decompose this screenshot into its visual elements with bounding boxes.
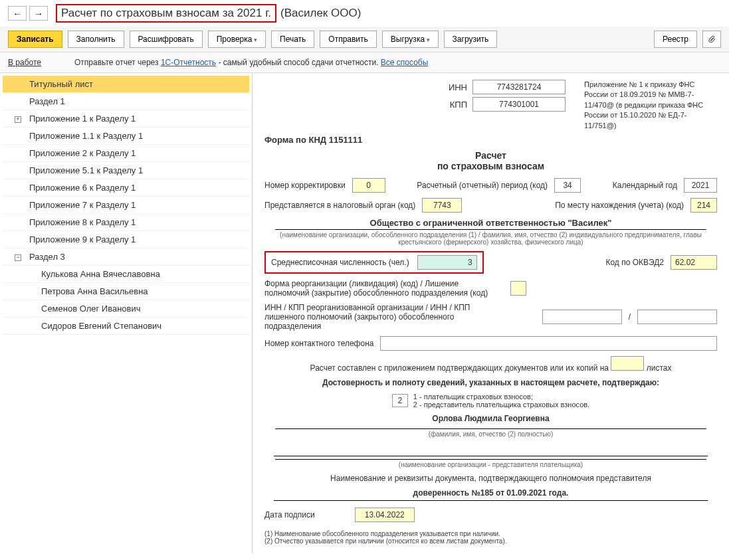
registry-button[interactable]: Реестр	[654, 31, 697, 48]
inn-field[interactable]: 7743281724	[472, 80, 566, 94]
loc-label: По месту нахождения (учета) (код)	[555, 201, 684, 210]
send-button[interactable]: Отправить	[320, 31, 377, 48]
avg-count-highlight: Среднесписочная численность (чел.) 3	[264, 251, 484, 274]
back-button[interactable]: ←	[8, 6, 27, 21]
docs-pre: Расчет составлен с приложением подтвержд…	[310, 363, 609, 373]
correction-field[interactable]: 0	[352, 178, 385, 193]
confirm-code-field[interactable]: 2	[392, 394, 408, 407]
tree-item[interactable]: Семенов Олег Иванович	[3, 300, 249, 318]
phone-field[interactable]	[380, 336, 717, 351]
tree-item[interactable]: Приложение 6 к Разделу 1	[3, 179, 249, 197]
tree-item[interactable]: Петрова Анна Васильевна	[3, 283, 249, 300]
footnote-2: (2) Отчество указывается при наличии (от…	[264, 537, 717, 545]
reorg-inn-field[interactable]	[542, 310, 622, 324]
forward-button[interactable]: →	[29, 6, 48, 21]
section-tree: Титульный листРаздел 1Приложение 1 к Раз…	[0, 73, 253, 553]
export-dropdown[interactable]: Выгрузка	[382, 31, 439, 48]
attachment-button[interactable]	[702, 31, 721, 48]
status-link[interactable]: В работе	[8, 58, 41, 67]
reorg-label: Форма реорганизации (ликвидация) (код) /…	[264, 279, 504, 298]
decode-button[interactable]: Расшифровать	[130, 31, 203, 48]
rep-hint: (наименование организации - представител…	[275, 459, 706, 468]
doc-title: Наименование и реквизиты документа, подт…	[264, 474, 717, 483]
fill-button[interactable]: Заполнить	[68, 31, 124, 48]
period-field[interactable]: 34	[554, 178, 581, 193]
docs-post: листах	[647, 363, 672, 373]
org-hint: (наименование организации, обособленного…	[275, 229, 706, 246]
confirm-title: Достоверность и полноту сведений, указан…	[264, 378, 717, 387]
print-button[interactable]: Печать	[271, 31, 314, 48]
tree-item[interactable]: Сидоров Евгений Степанович	[3, 318, 249, 335]
docs-count-field[interactable]	[611, 356, 644, 371]
check-dropdown[interactable]: Проверка	[208, 31, 266, 48]
period-label: Расчетный (отчетный) период (код)	[417, 181, 548, 190]
form-content: ИНН 7743281724 КПП 774301001 Приложение …	[253, 73, 729, 553]
sign-date-label: Дата подписи	[264, 510, 315, 519]
kpp-field[interactable]: 774301001	[472, 97, 566, 112]
1c-reporting-link[interactable]: 1С-Отчетность	[161, 58, 216, 67]
reorg-kpp-field[interactable]	[637, 310, 717, 324]
avg-label: Среднесписочная численность (чел.)	[271, 258, 409, 267]
confirm-options: 1 - плательщик страховых взносов; 2 - пр…	[413, 393, 589, 409]
form-title-2: по страховым взносам	[264, 161, 717, 171]
kpp-label: КПП	[450, 100, 467, 110]
tree-item[interactable]: Приложение 2 к Разделу 1	[3, 145, 249, 162]
okved-label: Код по ОКВЭД2	[605, 258, 664, 267]
tree-item[interactable]: Титульный лист	[3, 76, 249, 93]
okved-field[interactable]: 62.02	[671, 255, 717, 270]
annex-note: Приложение № 1 к приказу ФНС России от 1…	[584, 80, 717, 131]
correction-label: Номер корректировки	[264, 181, 346, 190]
slash: /	[629, 312, 631, 322]
tree-item[interactable]: Раздел 1	[3, 93, 249, 110]
status-msg: Отправьте отчет через 1С-Отчетность - са…	[74, 58, 428, 67]
tree-item[interactable]: Кулькова Анна Вячеславовна	[3, 266, 249, 283]
signer-hint: (фамилия, имя, отчество (2) полностью)	[275, 428, 706, 438]
doc-value: доверенность №185 от 01.09.2021 года.	[274, 488, 708, 501]
avg-field[interactable]: 3	[417, 255, 477, 270]
tree-item[interactable]: Приложение 1.1 к Разделу 1	[3, 128, 249, 145]
org-name: Общество с ограниченной ответственностью…	[264, 218, 717, 228]
loc-field[interactable]: 214	[690, 198, 717, 213]
tree-item[interactable]: Раздел 3	[3, 248, 249, 266]
form-title-1: Расчет	[264, 150, 717, 161]
phone-label: Номер контактного телефона	[264, 339, 373, 348]
tree-item[interactable]: Приложение 1 к Разделу 1	[3, 110, 249, 128]
save-button[interactable]: Записать	[8, 31, 62, 48]
page-title-org: (Василек ООО)	[280, 7, 361, 20]
year-field[interactable]: 2021	[684, 178, 717, 193]
reorg-field[interactable]	[510, 281, 526, 296]
tax-org-label: Представляется в налоговый орган (код)	[264, 201, 415, 210]
rep-org-line[interactable]	[274, 443, 708, 456]
footnote-1: (1) Наименование обособленного подраздел…	[264, 530, 717, 537]
sign-date-field[interactable]: 13.04.2022	[355, 508, 415, 522]
signer-name: Орлова Людмила Георгиевна	[264, 414, 717, 423]
page-title-highlighted: Расчет по страховым взносам за 2021 г.	[56, 4, 276, 23]
inn-label: ИНН	[449, 82, 467, 92]
tree-item[interactable]: Приложение 9 к Разделу 1	[3, 231, 249, 248]
year-label: Календарный год	[613, 181, 677, 190]
tax-org-field[interactable]: 7743	[422, 198, 462, 213]
tree-item[interactable]: Приложение 8 к Разделу 1	[3, 214, 249, 231]
all-methods-link[interactable]: Все способы	[381, 58, 429, 67]
form-knd: Форма по КНД 1151111	[264, 135, 717, 145]
reorg-inn-label: ИНН / КПП реорганизованной организации /…	[264, 303, 504, 331]
tree-item[interactable]: Приложение 5.1 к Разделу 1	[3, 162, 249, 179]
import-button[interactable]: Загрузить	[444, 31, 498, 48]
tree-item[interactable]: Приложение 7 к Разделу 1	[3, 197, 249, 214]
paperclip-icon	[707, 35, 716, 44]
